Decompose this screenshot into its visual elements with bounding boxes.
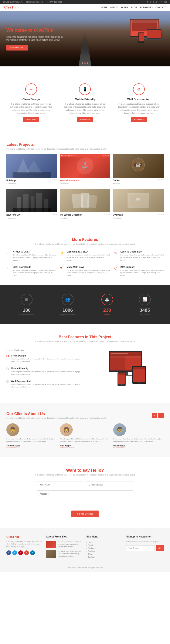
project-writers[interactable]: + The Writers Collection ♡ ✎ ⊕ 4 ♦ creat… <box>60 189 110 220</box>
nav-contact[interactable]: CONTACT <box>155 6 166 9</box>
social-facebook[interactable]: f <box>147 1 148 3</box>
project-coffee[interactable]: ☕ + Coffee ♡ ✎ ⊕ 0 ♦ creative <box>113 154 164 186</box>
hero-dot-1[interactable] <box>82 62 83 64</box>
bf-item-3: Well Documented It is a long established… <box>6 380 82 388</box>
footer-link-blog[interactable]: » Blog <box>86 552 122 556</box>
bf-text-2: Mobile Friendly It is a long established… <box>11 367 82 376</box>
stat-number-coffee: 238 <box>101 308 113 313</box>
footer-link-portfolio[interactable]: » Portfolio <box>86 550 122 552</box>
logo-prefix: Clea <box>4 6 12 9</box>
hero-dot-3[interactable] <box>87 62 88 64</box>
footer-social-in[interactable]: in <box>30 550 35 555</box>
nav-logo[interactable]: CleaThin <box>4 6 19 9</box>
clients-nav: ‹ › <box>152 413 164 418</box>
bf-item-title-1: Clean Design <box>11 354 82 357</box>
footer-link-home[interactable]: » Home <box>86 541 122 544</box>
love-icon: ♥ <box>60 266 64 270</box>
features-grid: ✂ Clean Design It is a long established … <box>6 80 164 125</box>
project-overhead[interactable]: 📖 + Overhead ♡ ✎ ⊕ 0 ♦ illustration <box>113 189 164 220</box>
project-nautical[interactable]: ⚓ + Nautical Nonsense ✎ ⊕ 18 Nautical No… <box>60 154 110 186</box>
footer-links: » Home » About » Features » Portfolio » … <box>86 541 122 558</box>
footer-logo[interactable]: CleaThin <box>6 535 42 538</box>
hero-content: Welcome to CleaThin It is a long establi… <box>6 27 66 51</box>
footer-social-p[interactable]: p <box>18 550 23 555</box>
nav-blog[interactable]: BLOG <box>131 6 137 9</box>
coffee-stat-icon: ☕ <box>101 294 113 305</box>
hero-cta[interactable]: Start Watching <box>6 45 28 50</box>
footer-blog-col: Latest From Blog It is a long establishe… <box>46 535 82 560</box>
newsletter-email-input[interactable] <box>126 545 155 551</box>
project-plus-icon-3: + <box>135 167 141 173</box>
mf-html5: ⌂ HTML5 & CSS3 It is a long established … <box>6 250 56 262</box>
nav-links: HOME ABOUT PAGES BLOG PORTFOLIO CONTACT <box>101 6 166 9</box>
hero-dot-2[interactable] <box>84 62 86 64</box>
feature-btn-1[interactable]: Read more <box>23 117 39 122</box>
feature-desc-2: It is a long established fact that a rea… <box>63 102 106 115</box>
contact-submit-btn[interactable]: ✈ Send Message <box>71 510 99 517</box>
more-features-title: More Features <box>6 238 164 242</box>
mf-love-content: Made With Love It is a long established … <box>67 266 110 277</box>
newsletter-submit-btn[interactable]: OK <box>156 545 164 551</box>
mf-downloads-desc: It is a long established fact that a rea… <box>13 269 56 277</box>
nav-about[interactable]: ABOUT <box>110 6 118 9</box>
contact-name-input[interactable] <box>37 481 84 488</box>
best-features-content: List of Features Clean Design It is a lo… <box>6 349 164 392</box>
social-rss[interactable]: rss <box>164 1 167 3</box>
footer-social-t[interactable]: t <box>12 550 17 555</box>
social-linkedin[interactable]: in <box>160 1 162 3</box>
clients-prev[interactable]: ‹ <box>152 413 157 418</box>
footer-about-col: CleaThin It is a long established fact t… <box>6 535 42 560</box>
footer-about-text: It is a long established fact that a rea… <box>6 540 42 548</box>
stat-number-customers: 1806 <box>60 308 75 313</box>
client-jeremy: 👨 It is a long established fact that a r… <box>6 423 57 449</box>
bf-radio-1 <box>6 355 9 357</box>
bf-item-2: Mobile Friendly It is a long established… <box>6 367 82 376</box>
project-buildings[interactable]: + Buildings ♡ ✎ ⊕ 4 ♦ web design <box>6 154 57 186</box>
social-twitter[interactable]: t <box>150 1 151 3</box>
contact-message-input[interactable] <box>37 490 133 507</box>
footer-link-features[interactable]: » Features <box>86 546 122 550</box>
clients-header-text: Our Clients About Us It is a long establ… <box>6 412 106 419</box>
mf-seo-desc: It is a long established fact that a rea… <box>67 254 110 262</box>
feature-btn-2[interactable]: Read more <box>77 117 93 122</box>
bf-radio-3 <box>6 380 9 383</box>
stat-label-customers: Happy Customers <box>60 314 75 316</box>
mf-downloads-content: 500+ Downloads It is a long established … <box>13 266 56 277</box>
feature-clean-design: ✂ Clean Design It is a long established … <box>6 80 56 125</box>
project-plus-icon-4: + <box>29 201 35 208</box>
email[interactable]: Clea@yourmail.com <box>26 1 43 3</box>
footer-blog-text-2: It is a long established fact that a rea… <box>58 550 82 558</box>
footer-social-g[interactable]: g <box>24 550 29 555</box>
hero-mockup <box>125 18 164 46</box>
nav-home[interactable]: HOME <box>101 6 107 9</box>
stat-customers: 👥 1806 Happy Customers <box>60 294 75 316</box>
social-google[interactable]: g+ <box>156 1 158 3</box>
mf-seo-title: Lightweight & SEO <box>67 250 110 253</box>
nav-pages[interactable]: PAGES <box>121 6 128 9</box>
footer-link-about[interactable]: » About <box>86 544 122 546</box>
footer-sitemap-col: Site Menu » Home » About » Features » Po… <box>86 535 122 560</box>
feature-title-3: Well Documented <box>117 98 160 101</box>
nav-portfolio[interactable]: PORTFOLIO <box>140 6 152 9</box>
svg-rect-44 <box>133 367 145 370</box>
project-plus-icon-6: + <box>135 201 141 208</box>
mf-love-title: Made With Love <box>67 266 110 268</box>
project-nyc[interactable]: + New York City ♡ ✎ ⊕ 0 ♦ web design <box>6 189 57 220</box>
social-pinterest[interactable]: p <box>153 1 154 3</box>
footer-social-f[interactable]: f <box>6 550 11 555</box>
mf-customize-content: Easy To Customize It is a long establish… <box>120 250 164 262</box>
contact-email-input[interactable] <box>86 481 133 488</box>
footer-link-contact[interactable]: » Contact <box>86 556 122 558</box>
feature-btn-3[interactable]: Read more <box>131 117 147 122</box>
mf-seo: ⚡ Lightweight & SEO It is a long establi… <box>60 250 110 262</box>
project-plus-icon-5: + <box>82 201 88 208</box>
bf-text-1: Clean Design It is a long established fa… <box>11 354 82 363</box>
bf-list-heading: List of Features <box>6 349 82 352</box>
clients-next[interactable]: › <box>158 413 164 418</box>
hero-title: Welcome to CleaThin <box>6 27 66 33</box>
client-name-william: William Bell <box>113 444 164 447</box>
client-text-ann: It is a long established fact that a rea… <box>60 438 110 443</box>
logo-suffix: Thin <box>12 6 19 9</box>
more-features-subtitle: It is a long established fact that a rea… <box>6 243 164 245</box>
svg-rect-3 <box>132 20 157 23</box>
